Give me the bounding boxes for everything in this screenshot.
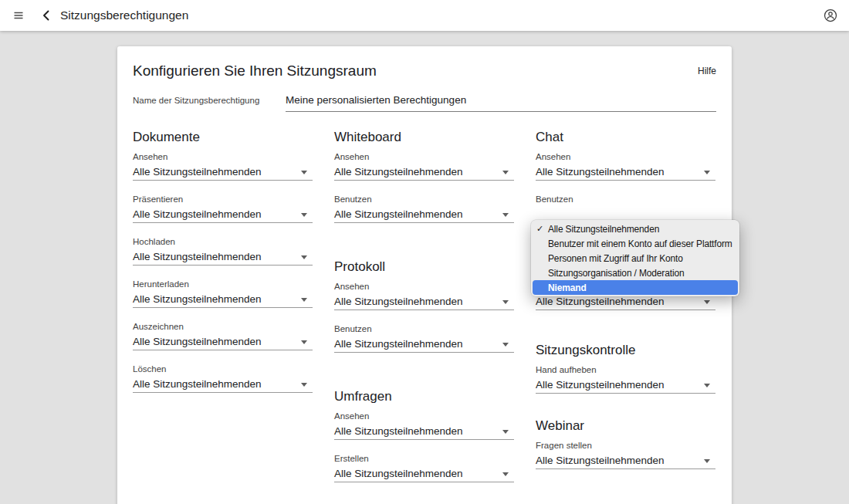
permission-field: Benutzen [536,194,715,205]
field-label: Benutzen [334,324,514,334]
section-heading: Umfragen [334,387,514,406]
section-heading: Dokumente [133,128,313,147]
menu-option[interactable]: Niemand [533,280,738,295]
caret-down-icon [502,300,509,304]
permission-select[interactable]: Alle Sitzungsteilnehmenden [334,208,514,223]
permission-field: Ansehen Alle Sitzungsteilnehmenden [536,152,715,181]
caret-down-icon [301,298,307,302]
permission-select[interactable]: Alle Sitzungsteilnehmenden [334,338,514,353]
name-field-label: Name der Sitzungsberechtigung [133,96,286,105]
permission-field: Hand aufheben Alle Sitzungsteilnehmenden [536,365,715,394]
caret-down-icon [502,171,509,174]
permissions-column: Dokumente Ansehen Alle Sitzungsteilnehme… [133,128,313,482]
selected-value: Alle Sitzungsteilnehmenden [133,293,262,306]
caret-down-icon [704,384,710,387]
selected-value: Alle Sitzungsteilnehmenden [334,468,463,480]
selected-value: Alle Sitzungsteilnehmenden [133,166,262,178]
selected-value: Alle Sitzungsteilnehmenden [536,455,665,467]
selected-value: Alle Sitzungsteilnehmenden [334,166,463,178]
selected-value: Alle Sitzungsteilnehmenden [536,296,665,308]
top-app-bar: Sitzungsberechtigungen [0,0,849,31]
selected-value: Alle Sitzungsteilnehmenden [133,208,262,221]
permission-field: Herunterladen Alle Sitzungsteilnehmenden [133,279,313,308]
menu-option[interactable]: Benutzer mit einem Konto auf dieser Plat… [531,236,739,251]
menu-option-label: Niemand [548,282,587,293]
permission-field: Löschen Alle Sitzungsteilnehmenden [133,364,313,393]
permission-section: Protokoll Ansehen Alle Sitzungsteilnehme… [334,258,514,353]
permission-field: Benutzen Alle Sitzungsteilnehmenden [334,324,514,353]
caret-down-icon [502,430,509,434]
permission-section: Webinar Fragen stellen Alle Sitzungsteil… [536,417,715,469]
menu-option[interactable]: ✓ Alle Sitzungsteilnehmenden [531,222,739,236]
permission-section: Sitzungskontrolle Hand aufheben Alle Sit… [536,341,715,394]
caret-down-icon [502,213,509,217]
field-label: Herunterladen [133,279,313,289]
section-heading: Sitzungskontrolle [536,341,715,360]
caret-down-icon [704,171,710,174]
hamburger-icon [12,9,25,22]
permission-select[interactable]: Alle Sitzungsteilnehmenden [133,378,313,393]
permission-select[interactable]: Alle Sitzungsteilnehmenden [133,166,313,181]
permission-field: Präsentieren Alle Sitzungsteilnehmenden [133,194,313,223]
menu-option-label: Benutzer mit einem Konto auf dieser Plat… [548,238,732,249]
permission-select[interactable]: Alle Sitzungsteilnehmenden [334,468,514,482]
permission-select[interactable]: Alle Sitzungsteilnehmenden [536,296,715,310]
caret-down-icon [301,340,307,344]
field-label: Erstellen [334,454,514,464]
card-header: Konfigurieren Sie Ihren Sitzungsraum Hil… [133,61,716,81]
section-heading: Webinar [536,417,715,435]
selected-value: Alle Sitzungsteilnehmenden [334,425,463,438]
selected-value: Alle Sitzungsteilnehmenden [133,251,262,263]
caret-down-icon [301,171,307,174]
permission-section: Whiteboard Ansehen Alle Sitzungsteilnehm… [334,128,514,223]
permission-select[interactable]: Alle Sitzungsteilnehmenden [133,251,313,266]
help-link[interactable]: Hilfe [698,66,716,76]
account-circle-icon [823,8,838,23]
field-label: Auszeichnen [133,322,313,332]
permission-name-value: Meine personalisierten Berechtigungen [286,94,466,106]
field-label: Ansehen [334,282,514,292]
permission-section: Dokumente Ansehen Alle Sitzungsteilnehme… [133,128,313,393]
permission-select[interactable]: Alle Sitzungsteilnehmenden [536,379,715,394]
menu-option[interactable]: Personen mit Zugriff auf Ihr Konto [531,251,739,266]
permission-select[interactable]: Alle Sitzungsteilnehmenden [536,166,715,181]
permission-select[interactable]: Alle Sitzungsteilnehmenden [536,455,715,469]
permissions-column: Whiteboard Ansehen Alle Sitzungsteilnehm… [334,128,514,482]
page-title: Sitzungsberechtigungen [60,8,188,22]
menu-option-label: Personen mit Zugriff auf Ihr Konto [548,253,683,264]
permission-field: Auszeichnen Alle Sitzungsteilnehmenden [133,322,313,350]
permission-select[interactable]: Alle Sitzungsteilnehmenden [133,336,313,350]
check-icon: ✓ [536,222,543,236]
chevron-left-icon [40,8,52,22]
caret-down-icon [502,343,509,347]
permission-field: Benutzen Alle Sitzungsteilnehmenden [334,194,514,223]
selected-value: Alle Sitzungsteilnehmenden [334,208,463,221]
permission-select[interactable]: Alle Sitzungsteilnehmenden [334,425,514,440]
field-label: Ansehen [334,152,514,162]
permissions-column: Chat Ansehen Alle Sitzungsteilnehmenden … [536,128,715,482]
menu-option-label: Sitzungsorganisation / Moderation [548,268,685,279]
permission-field: Erstellen Alle Sitzungsteilnehmenden [334,454,514,482]
account-button[interactable] [823,8,838,23]
permission-field: Fragen stellen Alle Sitzungsteilnehmende… [536,441,715,469]
field-label: Fragen stellen [536,441,715,451]
field-label: Löschen [133,364,313,374]
caret-down-icon [704,459,710,463]
caret-down-icon [301,255,307,259]
permission-select[interactable]: Alle Sitzungsteilnehmenden [133,293,313,308]
permission-field: Ansehen Alle Sitzungsteilnehmenden [334,411,514,440]
selected-value: Alle Sitzungsteilnehmenden [334,338,463,350]
field-label: Präsentieren [133,194,313,205]
menu-option[interactable]: Sitzungsorganisation / Moderation [531,266,739,280]
back-button[interactable] [40,8,52,22]
selected-value: Alle Sitzungsteilnehmenden [536,379,665,391]
permission-select[interactable]: Alle Sitzungsteilnehmenden [133,208,313,223]
caret-down-icon [502,472,509,476]
field-label: Ansehen [133,152,313,162]
permission-name-input[interactable]: Meine personalisierten Berechtigungen [286,93,716,112]
permission-select[interactable]: Alle Sitzungsteilnehmenden [334,296,514,310]
hamburger-menu-icon[interactable] [12,9,25,22]
name-row: Name der Sitzungsberechtigung Meine pers… [133,93,716,112]
columns: Dokumente Ansehen Alle Sitzungsteilnehme… [133,128,716,482]
permission-select[interactable]: Alle Sitzungsteilnehmenden [334,166,514,181]
